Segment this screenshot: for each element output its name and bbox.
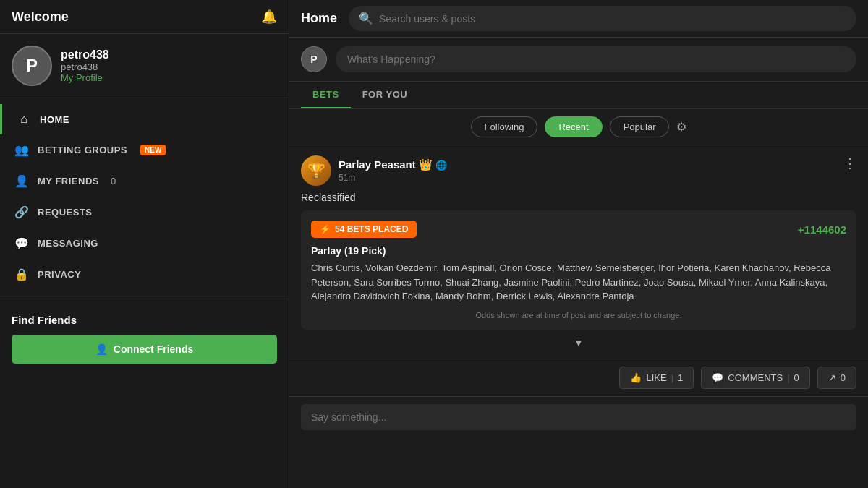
main-content: Home 🔍 P BETS FOR YOU Following Recent P… <box>289 0 868 488</box>
small-avatar: P <box>301 46 327 72</box>
sidebar-title: Welcome <box>12 9 69 25</box>
lightning-icon: ⚡ <box>320 224 331 234</box>
privacy-icon: 🔒 <box>14 267 29 281</box>
filter-row: Following Recent Popular ⚙ <box>289 109 868 145</box>
post-header: 🏆 Parlay Peasant 👑 🌐 51m ⋮ <box>301 155 856 186</box>
comments-button[interactable]: 💬 COMMENTS | 0 <box>701 367 809 389</box>
nav-label-privacy: PRIVACY <box>38 269 81 280</box>
nav-item-privacy[interactable]: 🔒 PRIVACY <box>0 259 289 290</box>
like-count: 1 <box>678 372 683 383</box>
person-add-icon: 👤 <box>95 343 108 355</box>
comment-icon: 💬 <box>712 372 723 383</box>
filter-settings-icon[interactable]: ⚙ <box>676 120 686 134</box>
thumbsup-icon: 👍 <box>630 372 642 383</box>
nav-label-my-friends: MY FRIENDS <box>38 176 99 187</box>
search-input[interactable] <box>379 13 846 25</box>
tab-for-you[interactable]: FOR YOU <box>351 82 420 108</box>
post-avatar-image: 🏆 <box>301 155 331 186</box>
comment-input-area <box>289 397 868 437</box>
main-header: Home 🔍 <box>289 0 868 38</box>
tabs-section: BETS FOR YOU <box>289 82 868 109</box>
profile-section: P petro438 petro438 My Profile <box>0 34 289 98</box>
feed-scroll: 🏆 Parlay Peasant 👑 🌐 51m ⋮ Reclassified <box>289 145 868 488</box>
post-author-info: 🏆 Parlay Peasant 👑 🌐 51m <box>301 155 447 186</box>
messaging-icon: 💬 <box>14 236 29 250</box>
odds-display: +1144602 <box>798 223 846 236</box>
sidebar: Welcome 🔔 P petro438 petro438 My Profile… <box>0 0 289 488</box>
comments-count: 0 <box>794 372 799 383</box>
what-happening-bar: P <box>289 38 868 82</box>
tab-bets[interactable]: BETS <box>301 82 351 108</box>
post-time: 51m <box>339 173 447 183</box>
profile-username: petro438 <box>61 61 109 72</box>
nav-label-requests: REQUESTS <box>38 207 93 218</box>
bet-type: Parlay (19 Pick) <box>311 245 846 257</box>
like-button[interactable]: 👍 LIKE | 1 <box>619 367 694 389</box>
nav-item-requests[interactable]: 🔗 REQUESTS <box>0 197 289 228</box>
bet-card: ⚡ 54 BETS PLACED +1144602 Parlay (19 Pic… <box>301 210 856 330</box>
bell-icon[interactable]: 🔔 <box>261 9 277 25</box>
filter-following[interactable]: Following <box>471 116 538 137</box>
nav-item-home[interactable]: ⌂ HOME <box>0 104 289 134</box>
share-count: 0 <box>841 372 846 383</box>
connect-btn-label: Connect Friends <box>114 343 193 355</box>
search-icon: 🔍 <box>359 12 373 25</box>
nav-item-my-friends[interactable]: 👤 MY FRIENDS 0 <box>0 166 289 197</box>
globe-icon: 🌐 <box>435 160 447 171</box>
chevron-down-icon[interactable]: ▼ <box>301 337 856 348</box>
requests-icon: 🔗 <box>14 205 29 219</box>
new-badge: NEW <box>140 145 166 155</box>
comments-label: COMMENTS <box>728 372 783 383</box>
betting-groups-icon: 👥 <box>14 143 29 157</box>
profile-info: petro438 petro438 My Profile <box>61 48 109 83</box>
post-text: Reclassified <box>301 192 856 203</box>
more-options-icon[interactable]: ⋮ <box>843 155 856 171</box>
my-profile-link[interactable]: My Profile <box>61 72 109 83</box>
comment-input[interactable] <box>301 404 856 430</box>
sidebar-header: Welcome 🔔 <box>0 0 289 34</box>
like-label: LIKE <box>646 372 666 383</box>
post-avatar: 🏆 <box>301 155 331 186</box>
nav-item-betting-groups[interactable]: 👥 BETTING GROUPS NEW <box>0 134 289 166</box>
filter-popular[interactable]: Popular <box>610 116 670 137</box>
post-meta: Parlay Peasant 👑 🌐 51m <box>339 158 447 183</box>
nav-label-messaging: MESSAGING <box>38 238 98 249</box>
nav-label-home: HOME <box>40 114 69 125</box>
search-bar[interactable]: 🔍 <box>349 6 856 31</box>
bets-placed-badge: ⚡ 54 BETS PLACED <box>311 221 417 238</box>
nav-label-betting-groups: BETTING GROUPS <box>38 145 127 155</box>
main-title: Home <box>301 11 337 26</box>
share-button[interactable]: ↗ 0 <box>817 367 856 389</box>
post-author-name: Parlay Peasant 👑 🌐 <box>339 158 447 171</box>
avatar: P <box>12 46 52 86</box>
filter-recent[interactable]: Recent <box>545 116 602 137</box>
bet-picks: Chris Curtis, Volkan Oezdemir, Tom Aspin… <box>311 261 846 304</box>
connect-friends-button[interactable]: 👤 Connect Friends <box>12 335 277 364</box>
share-icon: ↗ <box>828 372 836 383</box>
whats-happening-input[interactable] <box>336 46 856 72</box>
find-friends-title: Find Friends <box>12 314 277 326</box>
bet-card-header: ⚡ 54 BETS PLACED +1144602 <box>311 221 846 238</box>
bet-disclaimer: Odds shown are at time of post and are s… <box>311 311 846 320</box>
home-icon: ⌂ <box>17 113 31 126</box>
nav-item-messaging[interactable]: 💬 MESSAGING <box>0 228 289 259</box>
friends-count: 0 <box>111 176 116 187</box>
profile-name: petro438 <box>61 48 109 61</box>
post-actions: 👍 LIKE | 1 💬 COMMENTS | 0 ↗ 0 <box>289 359 868 397</box>
my-friends-icon: 👤 <box>14 174 29 188</box>
find-friends-section: Find Friends 👤 Connect Friends <box>0 302 289 375</box>
nav-section: ⌂ HOME 👥 BETTING GROUPS NEW 👤 MY FRIENDS… <box>0 98 289 296</box>
post-card: 🏆 Parlay Peasant 👑 🌐 51m ⋮ Reclassified <box>289 145 868 359</box>
